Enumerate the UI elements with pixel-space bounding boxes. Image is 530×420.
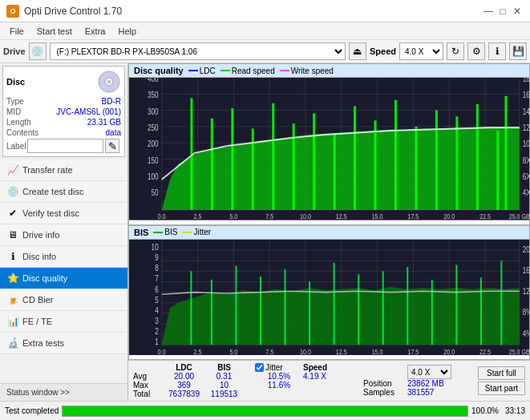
svg-rect-26 [231, 108, 233, 210]
svg-text:5: 5 [155, 294, 159, 304]
svg-text:0.0: 0.0 [158, 213, 166, 220]
titlebar-controls: — □ ✕ [482, 5, 524, 18]
samples-value: 381557 [407, 388, 467, 397]
svg-text:16%: 16% [523, 265, 529, 275]
titlebar: O Opti Drive Control 1.70 — □ ✕ [0, 0, 530, 22]
status-window-link[interactable]: Status window >> [0, 383, 127, 401]
eject-button[interactable]: ⏏ [349, 42, 366, 60]
speed-col-header: Speed [303, 363, 355, 372]
nav-create-test-disc-label: Create test disc [22, 187, 83, 196]
legend-ldc-label: LDC [200, 67, 216, 75]
maximize-button[interactable]: □ [496, 5, 509, 18]
nav-disc-info[interactable]: ℹ Disc info [0, 246, 127, 268]
legend-jitter-label: Jitter [193, 228, 211, 236]
max-label: Max [133, 381, 162, 390]
nav-create-test-disc[interactable]: 💿 Create test disc [0, 181, 127, 203]
svg-text:200: 200 [148, 139, 159, 148]
chart1-body: 400 350 300 250 200 150 100 50 18X 16X 1… [129, 78, 529, 220]
disc-mid-row: MID JVC-AMS6L (001) [6, 107, 121, 116]
svg-text:5.0: 5.0 [229, 213, 237, 220]
svg-rect-40 [504, 96, 507, 210]
svg-text:250: 250 [148, 123, 159, 132]
chart2-svg: 10 9 8 7 6 5 4 3 2 1 20% 16% 12% [129, 240, 529, 355]
svg-rect-36 [435, 111, 438, 210]
nav-cd-bier[interactable]: 🍺 CD Bier [0, 289, 127, 311]
svg-text:14X: 14X [523, 107, 529, 116]
nav-verify-test-disc[interactable]: ✔ Verify test disc [0, 203, 127, 224]
disc-title: Disc [6, 77, 25, 87]
chart2-title: BIS [134, 228, 148, 237]
app-window: O Opti Drive Control 1.70 — □ ✕ File Sta… [0, 0, 530, 420]
speed-select-toolbar[interactable]: 4.0 X [399, 42, 443, 60]
svg-text:6X: 6X [523, 172, 529, 181]
app-icon: O [6, 5, 19, 18]
legend-read-speed-label: Read speed [232, 67, 275, 75]
disc-label-edit-button[interactable]: ✎ [105, 139, 119, 153]
nav-extra-tests-label: Extra tests [22, 338, 64, 348]
start-full-button[interactable]: Start full [478, 366, 525, 380]
svg-rect-25 [211, 119, 213, 210]
menu-file[interactable]: File [3, 25, 30, 38]
svg-text:8X: 8X [523, 156, 529, 165]
svg-marker-90 [162, 287, 520, 345]
svg-rect-94 [260, 277, 261, 345]
svg-rect-30 [313, 113, 315, 210]
disc-label-input[interactable] [27, 139, 103, 153]
save-button[interactable]: 💾 [509, 42, 527, 60]
menu-extra[interactable]: Extra [79, 25, 112, 38]
svg-text:7.5: 7.5 [265, 213, 273, 220]
nav-fe-te[interactable]: 📊 FE / TE [0, 311, 127, 333]
drive-select[interactable]: (F:) PLEXTOR BD-R PX-LB950SA 1.06 [50, 42, 346, 60]
titlebar-title: Opti Drive Control 1.70 [24, 6, 122, 17]
svg-text:8: 8 [155, 263, 159, 273]
bis-col-header: BIS [206, 363, 242, 372]
svg-text:20.0: 20.0 [443, 213, 455, 220]
minimize-button[interactable]: — [482, 5, 495, 18]
right-panel: Disc quality LDC Read speed Write speed [128, 63, 530, 401]
nav-transfer-rate-label: Transfer rate [22, 165, 73, 175]
nav-disc-quality-label: Disc quality [22, 273, 67, 283]
status-text: Test completed [5, 406, 59, 415]
disc-label-label: Label [6, 142, 26, 151]
nav-extra-tests[interactable]: 🔬 Extra tests [0, 333, 127, 354]
disc-type-row: Type BD-R [6, 97, 121, 106]
nav-disc-quality[interactable]: ⭐ Disc quality [0, 268, 127, 289]
avg-speed: 4.19 X [303, 372, 355, 381]
bis-jitter-chart: BIS BIS Jitter [128, 225, 530, 360]
drive-icon-btn[interactable]: 💿 [29, 42, 47, 60]
svg-text:7.5: 7.5 [265, 348, 273, 355]
jitter-checkbox[interactable] [255, 363, 264, 372]
menu-start-test[interactable]: Start test [30, 25, 79, 38]
drive-toolbar: Drive 💿 (F:) PLEXTOR BD-R PX-LB950SA 1.0… [0, 40, 530, 63]
info-button[interactable]: ℹ [488, 42, 506, 60]
nav-transfer-rate[interactable]: 📈 Transfer rate [0, 160, 127, 181]
nav-drive-info-label: Drive info [22, 230, 59, 240]
speed-select-stats[interactable]: 4.0 X [407, 365, 451, 379]
disc-contents-value: data [106, 128, 121, 137]
svg-text:4: 4 [155, 305, 159, 314]
disc-label-row: Label ✎ [6, 139, 121, 153]
refresh-button[interactable]: ↻ [447, 42, 464, 60]
svg-text:12.5: 12.5 [336, 213, 347, 220]
write-speed-legend-color [280, 70, 289, 71]
start-part-button[interactable]: Start part [478, 382, 525, 395]
svg-text:4X: 4X [523, 188, 529, 197]
svg-text:0.0: 0.0 [158, 348, 166, 355]
svg-text:350: 350 [148, 91, 159, 100]
svg-text:9: 9 [155, 252, 159, 262]
svg-text:20%: 20% [523, 244, 529, 253]
svg-rect-97 [334, 263, 335, 345]
ldc-legend-color [188, 70, 198, 71]
stats-grid: LDC BIS Jitter Speed Avg 20.00 0.31 10.5… [133, 363, 355, 398]
svg-rect-98 [358, 274, 359, 345]
total-ldc: 7637839 [162, 390, 206, 398]
svg-text:3: 3 [155, 316, 159, 325]
close-button[interactable]: ✕ [511, 5, 524, 18]
svg-rect-27 [252, 128, 254, 210]
menu-help[interactable]: Help [111, 25, 143, 38]
svg-text:10.0: 10.0 [300, 213, 311, 220]
settings-button[interactable]: ⚙ [467, 42, 485, 60]
left-panel: Disc Type BD-R MID JVC-AMS6L (0 [0, 63, 128, 401]
nav-drive-info[interactable]: 🖥 Drive info [0, 224, 127, 246]
max-ldc: 369 [162, 381, 206, 390]
